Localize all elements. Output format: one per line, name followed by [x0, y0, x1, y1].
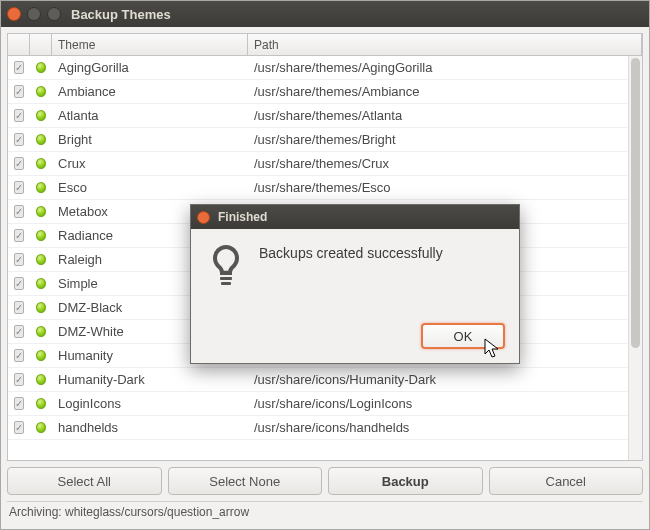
- row-theme-name: Bright: [52, 132, 248, 147]
- row-path: /usr/share/themes/Bright: [248, 132, 642, 147]
- row-theme-name: LoginIcons: [52, 396, 248, 411]
- row-status-dot: [30, 254, 52, 265]
- row-status-dot: [30, 62, 52, 73]
- row-status-dot: [30, 326, 52, 337]
- window-title: Backup Themes: [71, 7, 171, 22]
- row-checkbox[interactable]: [8, 229, 30, 242]
- scrollbar[interactable]: [628, 56, 642, 460]
- ok-button[interactable]: OK: [421, 323, 505, 349]
- row-checkbox[interactable]: [8, 109, 30, 122]
- row-path: /usr/share/themes/Ambiance: [248, 84, 642, 99]
- select-none-button[interactable]: Select None: [168, 467, 323, 495]
- table-row[interactable]: LoginIcons/usr/share/icons/LoginIcons: [8, 392, 642, 416]
- row-path: /usr/share/icons/handhelds: [248, 420, 642, 435]
- row-path: /usr/share/icons/Humanity-Dark: [248, 372, 642, 387]
- row-status-dot: [30, 206, 52, 217]
- row-status-dot: [30, 422, 52, 433]
- row-status-dot: [30, 374, 52, 385]
- header-path[interactable]: Path: [248, 34, 642, 55]
- row-path: /usr/share/themes/Crux: [248, 156, 642, 171]
- table-row[interactable]: Bright/usr/share/themes/Bright: [8, 128, 642, 152]
- row-status-dot: [30, 182, 52, 193]
- row-checkbox[interactable]: [8, 85, 30, 98]
- row-path: /usr/share/themes/AgingGorilla: [248, 60, 642, 75]
- row-status-dot: [30, 350, 52, 361]
- header-theme[interactable]: Theme: [52, 34, 248, 55]
- status-bar: Archiving: whiteglass/cursors/question_a…: [7, 501, 643, 523]
- lightbulb-icon: [207, 243, 245, 315]
- window-maximize-icon[interactable]: [47, 7, 61, 21]
- table-row[interactable]: Crux/usr/share/themes/Crux: [8, 152, 642, 176]
- dialog-body: Backups created successfully: [191, 229, 519, 315]
- dialog-footer: OK: [191, 315, 519, 363]
- row-status-dot: [30, 110, 52, 121]
- row-theme-name: handhelds: [52, 420, 248, 435]
- select-all-button[interactable]: Select All: [7, 467, 162, 495]
- table-row[interactable]: handhelds/usr/share/icons/handhelds: [8, 416, 642, 440]
- svg-rect-0: [220, 277, 232, 280]
- finished-dialog: Finished Backups created successfully OK: [190, 204, 520, 364]
- header-check[interactable]: [8, 34, 30, 55]
- table-header: Theme Path: [8, 34, 642, 56]
- row-checkbox[interactable]: [8, 157, 30, 170]
- dialog-close-icon[interactable]: [197, 211, 210, 224]
- row-status-dot: [30, 158, 52, 169]
- row-checkbox[interactable]: [8, 61, 30, 74]
- row-theme-name: Ambiance: [52, 84, 248, 99]
- row-status-dot: [30, 230, 52, 241]
- row-checkbox[interactable]: [8, 133, 30, 146]
- row-status-dot: [30, 86, 52, 97]
- row-checkbox[interactable]: [8, 181, 30, 194]
- row-path: /usr/share/themes/Esco: [248, 180, 642, 195]
- dialog-message: Backups created successfully: [259, 243, 443, 315]
- scrollbar-thumb[interactable]: [631, 58, 640, 348]
- row-checkbox[interactable]: [8, 325, 30, 338]
- row-theme-name: AgingGorilla: [52, 60, 248, 75]
- row-path: /usr/share/icons/LoginIcons: [248, 396, 642, 411]
- row-checkbox[interactable]: [8, 421, 30, 434]
- row-theme-name: Crux: [52, 156, 248, 171]
- titlebar: Backup Themes: [1, 1, 649, 27]
- row-checkbox[interactable]: [8, 301, 30, 314]
- row-path: /usr/share/themes/Atlanta: [248, 108, 642, 123]
- row-checkbox[interactable]: [8, 277, 30, 290]
- window-minimize-icon[interactable]: [27, 7, 41, 21]
- window-close-icon[interactable]: [7, 7, 21, 21]
- row-status-dot: [30, 302, 52, 313]
- row-checkbox[interactable]: [8, 397, 30, 410]
- row-status-dot: [30, 134, 52, 145]
- row-theme-name: Atlanta: [52, 108, 248, 123]
- cancel-button[interactable]: Cancel: [489, 467, 644, 495]
- row-status-dot: [30, 278, 52, 289]
- svg-rect-1: [221, 282, 231, 285]
- dialog-title: Finished: [218, 210, 267, 224]
- row-status-dot: [30, 398, 52, 409]
- row-theme-name: Humanity-Dark: [52, 372, 248, 387]
- button-row: Select All Select None Backup Cancel: [7, 465, 643, 497]
- table-row[interactable]: Humanity-Dark/usr/share/icons/Humanity-D…: [8, 368, 642, 392]
- header-status: [30, 34, 52, 55]
- table-row[interactable]: AgingGorilla/usr/share/themes/AgingGoril…: [8, 56, 642, 80]
- table-row[interactable]: Ambiance/usr/share/themes/Ambiance: [8, 80, 642, 104]
- table-row[interactable]: Atlanta/usr/share/themes/Atlanta: [8, 104, 642, 128]
- dialog-titlebar: Finished: [191, 205, 519, 229]
- row-checkbox[interactable]: [8, 205, 30, 218]
- backup-button[interactable]: Backup: [328, 467, 483, 495]
- row-checkbox[interactable]: [8, 373, 30, 386]
- row-checkbox[interactable]: [8, 349, 30, 362]
- table-row[interactable]: Esco/usr/share/themes/Esco: [8, 176, 642, 200]
- row-theme-name: Esco: [52, 180, 248, 195]
- row-checkbox[interactable]: [8, 253, 30, 266]
